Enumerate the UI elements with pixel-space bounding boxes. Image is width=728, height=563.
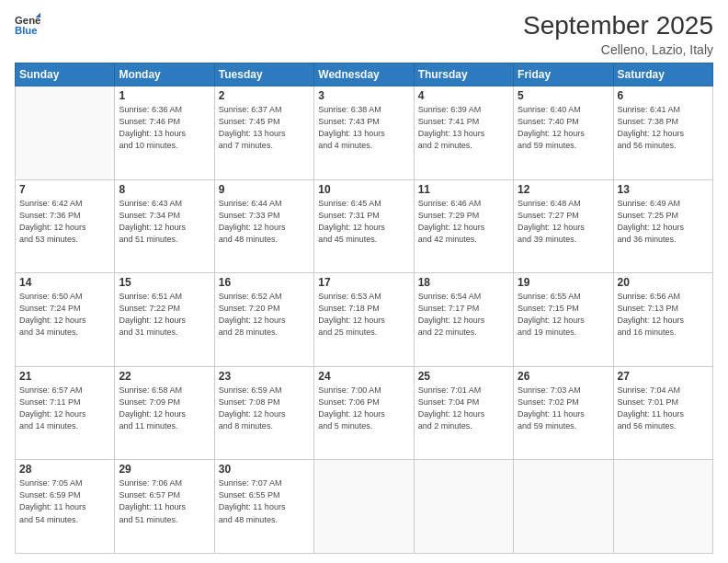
day-info: Sunrise: 6:48 AM Sunset: 7:27 PM Dayligh… [518,198,609,246]
table-row: 14Sunrise: 6:50 AM Sunset: 7:24 PM Dayli… [16,273,115,367]
table-row: 29Sunrise: 7:06 AM Sunset: 6:57 PM Dayli… [115,460,214,554]
day-number: 24 [318,370,409,383]
day-info: Sunrise: 6:52 AM Sunset: 7:20 PM Dayligh… [219,291,310,339]
day-info: Sunrise: 6:37 AM Sunset: 7:45 PM Dayligh… [219,104,310,152]
calendar-week-row: 7Sunrise: 6:42 AM Sunset: 7:36 PM Daylig… [16,179,713,273]
month-title: September 2025 [523,11,713,40]
svg-text:Blue: Blue [15,25,38,36]
day-info: Sunrise: 6:38 AM Sunset: 7:43 PM Dayligh… [318,104,409,152]
day-number: 6 [618,89,709,102]
day-info: Sunrise: 6:41 AM Sunset: 7:38 PM Dayligh… [618,104,709,152]
table-row: 9Sunrise: 6:44 AM Sunset: 7:33 PM Daylig… [214,179,313,273]
col-saturday: Saturday [613,63,712,86]
day-info: Sunrise: 7:05 AM Sunset: 6:59 PM Dayligh… [19,477,110,525]
calendar-week-row: 14Sunrise: 6:50 AM Sunset: 7:24 PM Dayli… [16,273,713,367]
day-number: 17 [318,276,409,289]
day-number: 5 [518,89,609,102]
day-number: 14 [19,276,110,289]
day-number: 20 [618,276,709,289]
day-info: Sunrise: 6:42 AM Sunset: 7:36 PM Dayligh… [19,198,110,246]
day-number: 7 [19,183,110,196]
day-info: Sunrise: 7:04 AM Sunset: 7:01 PM Dayligh… [618,385,709,432]
day-info: Sunrise: 6:55 AM Sunset: 7:15 PM Dayligh… [518,291,609,339]
day-number: 2 [219,89,310,102]
day-info: Sunrise: 7:06 AM Sunset: 6:57 PM Dayligh… [119,477,210,525]
day-number: 29 [119,463,210,476]
table-row: 24Sunrise: 7:00 AM Sunset: 7:06 PM Dayli… [314,366,414,460]
day-number: 28 [19,463,110,476]
calendar-week-row: 28Sunrise: 7:05 AM Sunset: 6:59 PM Dayli… [16,460,713,554]
table-row: 12Sunrise: 6:48 AM Sunset: 7:27 PM Dayli… [514,179,613,273]
table-row [16,86,115,180]
table-row: 7Sunrise: 6:42 AM Sunset: 7:36 PM Daylig… [16,179,115,273]
table-row [314,460,414,554]
day-info: Sunrise: 6:51 AM Sunset: 7:22 PM Dayligh… [119,291,210,339]
col-thursday: Thursday [414,63,513,86]
table-row: 3Sunrise: 6:38 AM Sunset: 7:43 PM Daylig… [314,86,414,180]
day-info: Sunrise: 7:00 AM Sunset: 7:06 PM Dayligh… [318,385,409,432]
day-number: 4 [418,89,509,102]
title-block: September 2025 Celleno, Lazio, Italy [523,11,713,57]
day-number: 8 [119,183,210,196]
table-row: 25Sunrise: 7:01 AM Sunset: 7:04 PM Dayli… [414,366,513,460]
day-info: Sunrise: 6:44 AM Sunset: 7:33 PM Dayligh… [219,198,310,246]
day-info: Sunrise: 7:03 AM Sunset: 7:02 PM Dayligh… [518,385,609,432]
day-number: 11 [418,183,509,196]
table-row: 28Sunrise: 7:05 AM Sunset: 6:59 PM Dayli… [16,460,115,554]
day-number: 10 [318,183,409,196]
table-row [613,460,712,554]
day-number: 19 [518,276,609,289]
table-row: 26Sunrise: 7:03 AM Sunset: 7:02 PM Dayli… [514,366,613,460]
table-row [414,460,513,554]
table-row: 22Sunrise: 6:58 AM Sunset: 7:09 PM Dayli… [115,366,214,460]
day-number: 26 [518,370,609,383]
day-number: 12 [518,183,609,196]
day-info: Sunrise: 6:46 AM Sunset: 7:29 PM Dayligh… [418,198,509,246]
day-number: 9 [219,183,310,196]
col-monday: Monday [115,63,214,86]
table-row: 21Sunrise: 6:57 AM Sunset: 7:11 PM Dayli… [16,366,115,460]
table-row: 13Sunrise: 6:49 AM Sunset: 7:25 PM Dayli… [613,179,712,273]
calendar-week-row: 21Sunrise: 6:57 AM Sunset: 7:11 PM Dayli… [16,366,713,460]
day-number: 18 [418,276,509,289]
day-info: Sunrise: 7:07 AM Sunset: 6:55 PM Dayligh… [219,477,310,525]
table-row: 6Sunrise: 6:41 AM Sunset: 7:38 PM Daylig… [613,86,712,180]
day-info: Sunrise: 6:53 AM Sunset: 7:18 PM Dayligh… [318,291,409,339]
col-friday: Friday [514,63,613,86]
table-row: 15Sunrise: 6:51 AM Sunset: 7:22 PM Dayli… [115,273,214,367]
header: General Blue September 2025 Celleno, Laz… [15,11,713,57]
day-number: 22 [119,370,210,383]
day-info: Sunrise: 7:01 AM Sunset: 7:04 PM Dayligh… [418,385,509,432]
day-number: 23 [219,370,310,383]
table-row: 18Sunrise: 6:54 AM Sunset: 7:17 PM Dayli… [414,273,513,367]
calendar-week-row: 1Sunrise: 6:36 AM Sunset: 7:46 PM Daylig… [16,86,713,180]
day-info: Sunrise: 6:43 AM Sunset: 7:34 PM Dayligh… [119,198,210,246]
day-info: Sunrise: 6:57 AM Sunset: 7:11 PM Dayligh… [19,385,110,432]
table-row: 27Sunrise: 7:04 AM Sunset: 7:01 PM Dayli… [613,366,712,460]
day-info: Sunrise: 6:36 AM Sunset: 7:46 PM Dayligh… [119,104,210,152]
day-number: 30 [219,463,310,476]
day-info: Sunrise: 6:54 AM Sunset: 7:17 PM Dayligh… [418,291,509,339]
location: Celleno, Lazio, Italy [523,42,713,57]
day-number: 25 [418,370,509,383]
table-row: 5Sunrise: 6:40 AM Sunset: 7:40 PM Daylig… [514,86,613,180]
table-row: 17Sunrise: 6:53 AM Sunset: 7:18 PM Dayli… [314,273,414,367]
day-number: 1 [119,89,210,102]
day-number: 16 [219,276,310,289]
calendar-header-row: Sunday Monday Tuesday Wednesday Thursday… [16,63,713,86]
table-row: 4Sunrise: 6:39 AM Sunset: 7:41 PM Daylig… [414,86,513,180]
day-info: Sunrise: 6:59 AM Sunset: 7:08 PM Dayligh… [219,385,310,432]
day-number: 27 [618,370,709,383]
day-info: Sunrise: 6:40 AM Sunset: 7:40 PM Dayligh… [518,104,609,152]
day-info: Sunrise: 6:39 AM Sunset: 7:41 PM Dayligh… [418,104,509,152]
col-sunday: Sunday [16,63,115,86]
table-row: 16Sunrise: 6:52 AM Sunset: 7:20 PM Dayli… [214,273,313,367]
calendar-table: Sunday Monday Tuesday Wednesday Thursday… [15,63,713,554]
table-row: 20Sunrise: 6:56 AM Sunset: 7:13 PM Dayli… [613,273,712,367]
table-row: 1Sunrise: 6:36 AM Sunset: 7:46 PM Daylig… [115,86,214,180]
table-row: 10Sunrise: 6:45 AM Sunset: 7:31 PM Dayli… [314,179,414,273]
table-row: 11Sunrise: 6:46 AM Sunset: 7:29 PM Dayli… [414,179,513,273]
day-info: Sunrise: 6:58 AM Sunset: 7:09 PM Dayligh… [119,385,210,432]
day-info: Sunrise: 6:50 AM Sunset: 7:24 PM Dayligh… [19,291,110,339]
col-wednesday: Wednesday [314,63,414,86]
